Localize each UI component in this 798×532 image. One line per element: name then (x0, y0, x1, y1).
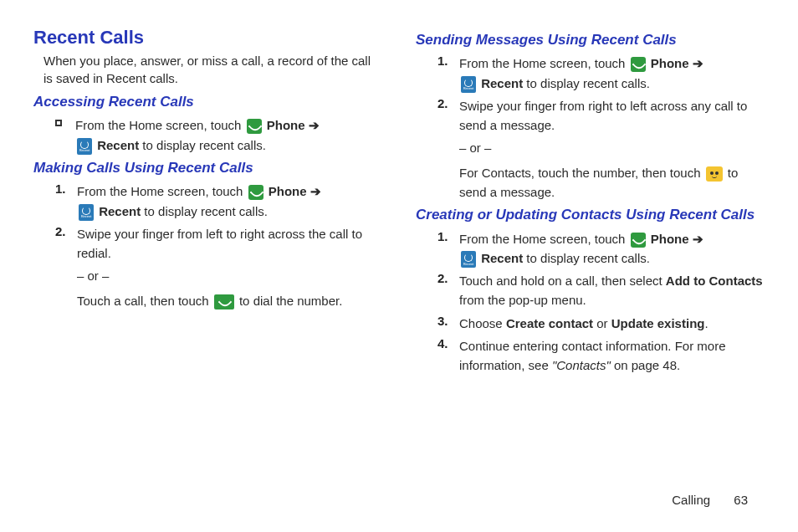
number-1: 1. (437, 54, 451, 93)
creating-item-4: 4. Continue entering contact information… (416, 336, 765, 376)
number-3: 3. (437, 314, 451, 333)
creating-item-3: 3. Choose Create contact or Update exist… (416, 314, 765, 333)
intro-text: When you place, answer, or miss a call, … (43, 52, 382, 87)
sending-or: – or – (416, 138, 765, 157)
footer-section: Calling (672, 493, 710, 507)
heading-sending: Sending Messages Using Recent Calls (416, 32, 765, 49)
number-1: 1. (55, 182, 69, 221)
dial-icon (214, 294, 234, 309)
number-1: 1. (437, 229, 451, 269)
creating-2-text: Touch and hold on a call, then select Ad… (459, 271, 765, 310)
creating-item-1: 1. From the Home screen, touch Phone ➔ R… (416, 229, 765, 269)
sending-2-text: Swipe your finger from right to left acr… (459, 96, 765, 136)
heading-making: Making Calls Using Recent Calls (33, 160, 382, 176)
number-2: 2. (437, 96, 451, 136)
phone-icon (631, 57, 646, 72)
making-or: – or – (33, 266, 382, 285)
sending-1-text: From the Home screen, touch Phone ➔ Rece… (459, 54, 703, 93)
bullet-icon (55, 120, 62, 126)
number-2: 2. (437, 271, 451, 310)
phone-icon (248, 185, 263, 200)
right-column: Sending Messages Using Recent Calls 1. F… (416, 27, 765, 378)
page-title: Recent Calls (33, 27, 382, 49)
recent-icon (77, 138, 92, 155)
making-touch: Touch a call, then touch to dial the num… (33, 291, 382, 310)
creating-3-text: Choose Create contact or Update existing… (459, 314, 708, 333)
recent-icon (461, 251, 476, 268)
accessing-bullet: From the Home screen, touch Phone ➔ Rece… (33, 115, 382, 155)
making-item-1: 1. From the Home screen, touch Phone ➔ R… (33, 182, 382, 221)
phone-icon (247, 119, 262, 134)
heading-accessing: Accessing Recent Calls (33, 94, 382, 110)
making-2-text: Swipe your finger from left to right acr… (77, 224, 382, 263)
sending-item-1: 1. From the Home screen, touch Phone ➔ R… (416, 54, 765, 93)
footer-page-number: 63 (734, 493, 748, 507)
accessing-text: From the Home screen, touch Phone ➔ Rece… (75, 115, 320, 155)
page-footer: Calling 63 (672, 493, 748, 507)
heading-creating: Creating or Updating Contacts Using Rece… (416, 207, 765, 223)
message-icon (706, 166, 723, 182)
number-2: 2. (55, 224, 69, 263)
sending-item-2: 2. Swipe your finger from right to left … (416, 96, 765, 136)
phone-icon (631, 233, 646, 248)
sending-contacts: For Contacts, touch the number, then tou… (416, 163, 765, 202)
creating-1-text: From the Home screen, touch Phone ➔ Rece… (459, 229, 703, 269)
making-1-text: From the Home screen, touch Phone ➔ Rece… (77, 182, 321, 221)
creating-item-2: 2. Touch and hold on a call, then select… (416, 271, 765, 310)
recent-icon (461, 76, 476, 93)
creating-4-text: Continue entering contact information. F… (459, 336, 765, 376)
number-4: 4. (437, 336, 451, 376)
making-item-2: 2. Swipe your finger from left to right … (33, 224, 382, 263)
left-column: Recent Calls When you place, answer, or … (33, 27, 382, 378)
recent-icon (79, 204, 94, 221)
